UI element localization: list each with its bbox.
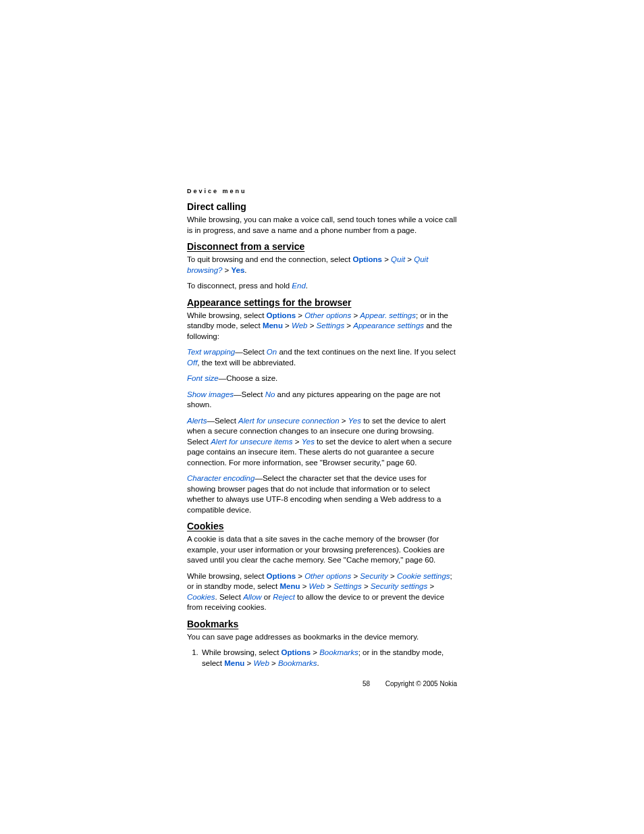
menu-item: Settings [333, 582, 362, 590]
menu-item: Appear. settings [360, 311, 416, 319]
text-run: While browsing, select [202, 648, 281, 656]
menu-option: Menu [224, 659, 244, 667]
text-run: and the text continues on the next line.… [277, 348, 456, 356]
menu-item: Bookmarks [319, 648, 358, 656]
menu-item: Yes [348, 417, 361, 425]
heading-disconnect: Disconnect from a service [187, 241, 457, 252]
text-run: —Choose a size. [219, 374, 278, 382]
copyright-text: Copyright © 2005 Nokia [385, 680, 457, 687]
body-text: Font size—Choose a size. [187, 373, 457, 384]
menu-item: Allow [243, 593, 261, 601]
text-run: To disconnect, press and hold [187, 282, 292, 290]
separator: > [351, 572, 360, 580]
text-run: While browsing, select [187, 572, 267, 580]
body-text: To quit browsing and end the connection,… [187, 255, 457, 276]
menu-item: Other options [304, 572, 351, 580]
menu-item: On [267, 348, 277, 356]
separator: > [244, 659, 253, 667]
list-item: While browsing, select Options > Bookmar… [200, 648, 457, 669]
separator: > [296, 572, 304, 580]
heading-cookies: Cookies [187, 521, 457, 531]
menu-item: Bookmarks [278, 659, 317, 667]
text-run: . [306, 282, 308, 290]
body-text: Alerts—Select Alert for unsecure connect… [187, 416, 457, 469]
menu-item: Off [187, 359, 197, 367]
menu-option: Yes [232, 266, 245, 274]
body-text: You can save page addresses as bookmarks… [187, 632, 457, 643]
separator: > [269, 659, 278, 667]
separator: > [325, 582, 333, 590]
menu-item: Web [292, 321, 307, 330]
body-text: Character encoding—Select the character … [187, 473, 457, 515]
text-run: . Select [215, 593, 244, 601]
text-run: . [244, 266, 246, 274]
text-run: , the text will be abbreviated. [197, 359, 296, 367]
menu-item: No [265, 390, 275, 398]
menu-item: Cookie settings [397, 572, 450, 580]
separator: > [293, 438, 302, 446]
menu-option: Options [267, 572, 296, 580]
menu-item: Yes [302, 438, 315, 446]
separator: > [344, 321, 353, 330]
setting-name: Alerts [187, 417, 207, 425]
text-run: —Select [207, 417, 238, 425]
body-text: A cookie is data that a site saves in th… [187, 534, 457, 566]
menu-option: Options [267, 311, 296, 319]
separator: > [351, 311, 360, 319]
menu-item: Reject [273, 593, 295, 601]
body-text: To disconnect, press and hold End. [187, 281, 457, 292]
text-run: or [262, 593, 273, 601]
menu-option: Options [281, 648, 311, 656]
menu-item: Web [253, 659, 269, 667]
menu-item: Security settings [371, 582, 427, 590]
menu-item: Cookies [187, 593, 215, 601]
menu-item: Other options [304, 311, 351, 319]
separator: > [222, 266, 231, 274]
heading-direct-calling: Direct calling [187, 201, 457, 212]
text-run: —Select [234, 390, 265, 398]
document-page: Device menu Direct calling While browsin… [187, 188, 457, 669]
menu-option: Menu [263, 321, 283, 330]
menu-item: Appearance settings [353, 321, 424, 330]
running-header: Device menu [187, 188, 457, 194]
menu-item: Alert for unsecure items [211, 438, 292, 446]
menu-item: Security [360, 572, 388, 580]
text-run: While browsing, select [187, 311, 267, 319]
text-run: . [317, 659, 319, 667]
separator: > [362, 582, 371, 590]
text-run: To quit browsing and end the connection,… [187, 255, 353, 263]
separator: > [307, 321, 316, 330]
heading-bookmarks: Bookmarks [187, 619, 457, 629]
separator: > [388, 572, 397, 580]
body-text: Text wrapping—Select On and the text con… [187, 347, 457, 368]
menu-item: Quit [391, 255, 405, 263]
menu-item: End [292, 282, 305, 290]
setting-name: Show images [187, 390, 234, 398]
body-text: Show images—Select No and any pictures a… [187, 390, 457, 411]
separator: > [296, 311, 304, 319]
separator: > [300, 582, 308, 590]
setting-name: Font size [187, 374, 219, 382]
numbered-list: While browsing, select Options > Bookmar… [187, 648, 457, 669]
body-text: While browsing, select Options > Other o… [187, 571, 457, 613]
page-number: 58 [363, 680, 370, 687]
menu-option: Menu [279, 582, 300, 590]
setting-name: Text wrapping [187, 348, 235, 356]
body-text: While browsing, select Options > Other o… [187, 311, 457, 342]
separator: > [340, 417, 348, 425]
menu-option: Options [353, 255, 382, 263]
menu-item: Web [309, 582, 325, 590]
heading-appearance: Appearance settings for the browser [187, 297, 457, 308]
separator: > [283, 321, 292, 330]
separator: > [311, 648, 319, 656]
body-text: While browsing, you can make a voice cal… [187, 215, 457, 236]
separator: > [427, 582, 434, 590]
separator: > [405, 255, 414, 263]
text-run: —Select [235, 348, 267, 356]
menu-item: Settings [317, 321, 345, 330]
separator: > [382, 255, 391, 263]
setting-name: Character encoding [187, 474, 254, 482]
menu-item: Alert for unsecure connection [238, 417, 340, 425]
